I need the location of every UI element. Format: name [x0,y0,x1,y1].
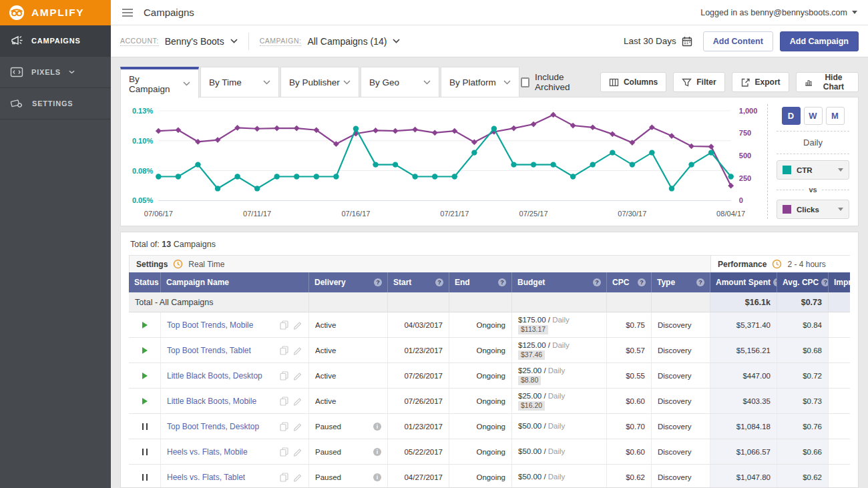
duplicate-icon[interactable] [280,473,288,482]
start-date-cell: 07/26/2017 [388,389,449,413]
primary-metric-select[interactable]: CTR [777,160,849,180]
edit-pencil-icon[interactable] [293,320,302,330]
column-header-avg-cpc[interactable]: Avg. CPC ? [777,272,829,292]
duplicate-icon[interactable] [280,320,288,330]
type-cell: Discovery [652,414,710,439]
tab-by-campaign[interactable]: By Campaign [120,67,199,98]
budget-cell: $50.00 / Daily [512,414,607,439]
help-icon[interactable]: ? [821,278,829,286]
status-cell[interactable] [129,465,161,488]
column-header-status[interactable]: Status [129,272,161,292]
campaign-name-link[interactable]: Heels vs. Flats, Mobile [167,447,248,457]
campaign-name-link[interactable]: Little Black Boots, Desktop [167,371,262,381]
delivery-status: Active [315,321,336,329]
column-header-label: Budget [517,278,545,287]
cpc-cell: $0.57 [607,338,652,362]
edit-pencil-icon[interactable] [293,447,302,457]
duplicate-icon[interactable] [280,397,288,406]
status-cell[interactable] [129,312,161,337]
column-header-start[interactable]: Start ? [388,272,449,292]
help-icon[interactable]: ? [593,278,601,286]
granularity-w-button[interactable]: W [804,107,823,125]
table-scroll-container[interactable]: Settings Real Time Performance [129,255,850,488]
status-cell[interactable] [129,338,161,362]
tab-by-geo[interactable]: By Geo [361,67,439,97]
granularity-d-button[interactable]: D [782,107,801,125]
duplicate-icon[interactable] [280,422,288,431]
edit-pencil-icon[interactable] [293,371,302,381]
help-icon[interactable]: ? [374,278,382,286]
duplicate-icon[interactable] [280,447,288,457]
columns-button[interactable]: Columns [600,72,666,92]
column-header-delivery[interactable]: Delivery ? [309,272,388,292]
info-icon[interactable]: i [373,473,381,481]
secondary-metric-select[interactable]: Clicks [777,200,849,219]
include-archived-toggle[interactable]: Include Archived [521,72,588,92]
column-header-budget[interactable]: Budget ? [512,272,607,292]
hide-chart-button[interactable]: Hide Chart [796,72,859,92]
help-icon[interactable]: ? [435,278,443,286]
tab-by-publisher[interactable]: By Publisher [280,67,359,97]
edit-pencil-icon[interactable] [293,422,302,431]
user-menu[interactable]: Logged in as benny@bennysboots.com [700,8,857,17]
tab-label: By Time [209,77,242,87]
tab-by-time[interactable]: By Time [200,67,279,97]
budget-cell: $125.00 / Daily $37.46 [512,338,607,362]
edit-pencil-icon[interactable] [293,346,302,355]
include-archived-checkbox[interactable] [521,77,529,87]
hamburger-menu-icon[interactable] [122,8,134,17]
status-cell[interactable] [129,389,161,413]
help-icon[interactable]: ? [498,278,506,286]
column-header-end[interactable]: End ? [449,272,512,292]
help-icon[interactable]: ? [696,278,704,286]
edit-pencil-icon[interactable] [293,397,302,406]
budget-cell: $25.00 / Daily $8.80 [512,363,607,388]
info-icon[interactable]: i [373,423,381,431]
sidebar-item-settings[interactable]: SETTINGS [0,88,111,119]
account-selector[interactable]: ACCOUNT: Benny's Boots [120,36,238,47]
status-cell[interactable] [129,439,161,464]
pause-icon [142,449,148,455]
sidebar-item-pixels[interactable]: PIXELS [0,57,111,88]
edit-pencil-icon[interactable] [293,473,302,482]
campaign-name-link[interactable]: Top Boot Trends, Tablet [167,346,251,355]
sidebar-item-campaigns[interactable]: CAMPAIGNS [0,25,111,57]
clock-icon [173,259,183,269]
duplicate-icon[interactable] [280,371,288,381]
info-icon[interactable]: i [373,448,381,456]
delivery-cell: Active [309,312,388,337]
sidebar: AMPLIFY CAMPAIGNS PIXELS [0,0,111,488]
budget-amount: $50.00 [518,473,541,481]
column-header-type[interactable]: Type ? [652,272,710,292]
add-content-button[interactable]: Add Content [703,31,773,51]
granularity-m-button[interactable]: M [826,107,845,125]
help-icon[interactable]: ? [638,278,646,286]
date-range-label: Last 30 Days [624,36,676,46]
column-header-cpc[interactable]: CPC ? [607,272,652,292]
campaign-name-link[interactable]: Little Black Boots, Mobile [167,397,256,406]
campaign-name-link[interactable]: Top Boot Trends, Desktop [167,422,259,431]
campaign-value: All Campaigns (14) [307,36,387,47]
date-range-picker[interactable]: Last 30 Days [624,36,692,47]
status-cell[interactable] [129,363,161,388]
divider [248,33,249,50]
cpc-cell: $0.60 [607,389,652,413]
add-campaign-button[interactable]: Add Campaign [780,31,859,51]
campaign-name-link[interactable]: Top Boot Trends, Mobile [167,320,253,330]
tab-by-platform[interactable]: By Platform [441,67,519,97]
svg-text:07/06/17: 07/06/17 [144,210,173,218]
export-button[interactable]: Export [732,72,789,92]
total-count-value: 13 [162,240,171,249]
end-date-cell: Ongoing [449,389,512,413]
chevron-down-icon [343,80,351,85]
filter-button[interactable]: Filter [673,72,724,92]
status-cell[interactable] [129,414,161,439]
campaign-name-link[interactable]: Heels vs. Flats, Tablet [167,473,245,482]
brand-logo[interactable]: AMPLIFY [0,0,111,25]
column-header-campaign-name[interactable]: Campaign Name [161,272,309,292]
duplicate-icon[interactable] [280,346,288,355]
column-header-amount-spent[interactable]: Amount Spent ? [710,272,777,292]
column-header-impr[interactable]: Impr [829,272,850,292]
campaign-selector[interactable]: CAMPAIGN: All Campaigns (14) [260,36,401,47]
type-cell: Discovery [652,338,710,362]
